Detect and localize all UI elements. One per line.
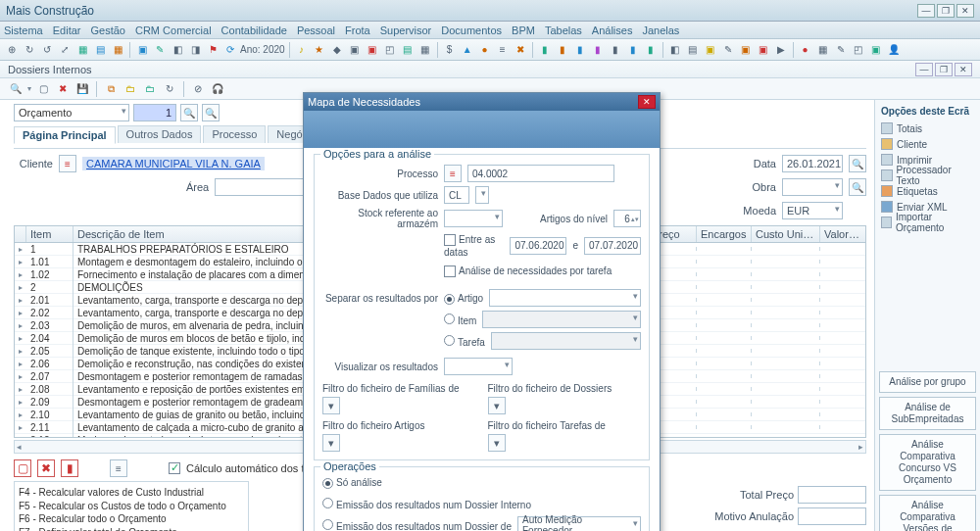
tool-icon[interactable]: ⧉ <box>103 81 119 97</box>
tool-icon[interactable]: ✎ <box>152 42 168 58</box>
doc-type-combo[interactable]: Orçamento <box>14 104 129 121</box>
tool-icon[interactable]: ▣ <box>365 42 380 58</box>
tool-icon[interactable]: ◆ <box>329 42 345 58</box>
separar-tarefa-radio[interactable]: Tarefa <box>444 335 485 348</box>
menu-item[interactable]: Editar <box>53 24 81 36</box>
tool-icon[interactable]: ◧ <box>667 42 683 58</box>
moeda-combo[interactable]: EUR <box>782 202 843 219</box>
doc-max-button[interactable]: ❐ <box>935 63 953 76</box>
filtro-tarefas-button[interactable]: ▾ <box>488 434 506 452</box>
tool-icon[interactable]: ✎ <box>720 42 736 58</box>
tool-icon[interactable]: ★ <box>312 42 327 58</box>
tool-icon[interactable]: ▣ <box>347 42 363 58</box>
tool-icon[interactable]: 🎧 <box>210 81 225 97</box>
filtro-dossiers-button[interactable]: ▾ <box>488 397 506 414</box>
tool-icon[interactable]: ♪ <box>294 42 310 58</box>
tool-icon[interactable]: ▣ <box>134 42 150 58</box>
tool-icon[interactable]: ▮ <box>555 42 570 58</box>
col-item[interactable]: Item <box>26 226 74 242</box>
menu-item[interactable]: Frota <box>345 24 370 36</box>
artigos-nivel-spin[interactable]: 6 <box>613 210 641 227</box>
entre-datas-checkbox[interactable]: Entre as datas <box>444 233 504 258</box>
list-icon[interactable]: ≡ <box>110 459 127 477</box>
base-dropdown[interactable] <box>475 186 489 204</box>
tool-icon[interactable]: ▮ <box>572 42 588 58</box>
data-field[interactable]: 26.01.2021 <box>782 155 843 172</box>
delete-line-button[interactable]: ✖ <box>37 459 55 477</box>
tool-icon[interactable]: ↻ <box>22 42 37 58</box>
motivo-field[interactable] <box>798 507 866 525</box>
cliente-picker-icon[interactable]: ≡ <box>59 155 76 172</box>
tool-icon[interactable]: ▣ <box>756 42 771 58</box>
delete-icon[interactable]: ✖ <box>55 81 71 97</box>
window-min-button[interactable]: — <box>917 4 935 18</box>
menu-item[interactable]: Pessoal <box>297 24 335 36</box>
tool-icon[interactable]: 🗀 <box>142 81 158 97</box>
window-close-button[interactable]: ✕ <box>956 4 974 18</box>
tool-icon[interactable]: ▦ <box>74 42 90 58</box>
visualizar-combo[interactable] <box>444 358 513 375</box>
btn-analise-sub[interactable]: Análise de SubEmpreitadas <box>879 397 976 430</box>
btn-analise-grupo[interactable]: Análise por grupo <box>879 371 976 393</box>
search-icon[interactable]: 🔍 <box>8 81 24 97</box>
btn-comp-versoes[interactable]: Análise Comparativa Versões de Orçamento <box>879 495 976 531</box>
save-icon[interactable]: 💾 <box>74 81 90 97</box>
tool-icon[interactable]: $ <box>442 42 458 58</box>
tab-outros[interactable]: Outros Dados <box>118 125 202 143</box>
tool-icon[interactable]: ◰ <box>851 42 866 58</box>
separar-item-radio[interactable]: Item <box>444 314 476 326</box>
op-so-analise-radio[interactable]: Só análise <box>322 476 382 489</box>
tool-icon[interactable]: ▶ <box>773 42 789 58</box>
col-custo[interactable]: Custo Unitário <box>752 226 820 242</box>
copy-line-button[interactable]: ▮ <box>61 459 78 477</box>
tool-icon[interactable]: ◧ <box>170 42 185 58</box>
menu-item[interactable]: Sistema <box>4 24 43 36</box>
menu-item[interactable]: Supervisor <box>380 24 432 36</box>
tool-icon[interactable]: ▦ <box>815 42 831 58</box>
menu-item[interactable]: BPM <box>512 24 535 36</box>
search-button[interactable]: 🔍 <box>180 104 198 121</box>
opt-importar[interactable]: Importar Orçamento <box>879 215 976 230</box>
tool-icon[interactable]: ≡ <box>495 42 511 58</box>
tool-icon[interactable]: ▦ <box>110 42 125 58</box>
col-valor[interactable]: Valor Pr <box>820 226 865 242</box>
tool-icon[interactable]: ▮ <box>590 42 606 58</box>
armazem-combo[interactable] <box>444 210 503 227</box>
tool-icon[interactable]: ↻ <box>162 81 177 97</box>
tool-icon[interactable]: ▣ <box>738 42 754 58</box>
menu-item[interactable]: Janelas <box>642 24 679 36</box>
base-field[interactable]: CL <box>444 186 469 204</box>
tool-icon[interactable]: ▮ <box>537 42 553 58</box>
search-icon[interactable]: 🔍 <box>849 178 866 196</box>
menu-item[interactable]: Tabelas <box>545 24 582 36</box>
op-dossier-de-radio[interactable]: Emissão dos resultados num Dossier de <box>322 519 512 531</box>
tool-icon[interactable]: ⊘ <box>190 81 206 97</box>
btn-comp-concurso[interactable]: Análise Comparativa Concurso VS Orçament… <box>879 434 976 491</box>
tool-icon[interactable]: ✖ <box>513 42 528 58</box>
op-dossier-combo[interactable]: Auto Medição Fornecedor <box>517 516 641 531</box>
tool-icon[interactable]: 👤 <box>886 42 902 58</box>
opt-texto[interactable]: Processador Texto <box>879 168 976 183</box>
processo-picker-icon[interactable]: ≡ <box>444 165 462 182</box>
tool-icon[interactable]: ◨ <box>187 42 203 58</box>
separar-artigo-radio[interactable]: Artigo <box>444 292 483 305</box>
tool-icon[interactable]: ⟳ <box>222 42 238 58</box>
search-button[interactable]: 🔍 <box>202 104 220 121</box>
tool-icon[interactable]: ⤢ <box>57 42 73 58</box>
tool-icon[interactable]: ▣ <box>703 42 718 58</box>
tool-icon[interactable]: ▤ <box>92 42 108 58</box>
modal-close-button[interactable]: ✕ <box>638 95 656 109</box>
new-icon[interactable]: ▢ <box>35 81 51 97</box>
tool-icon[interactable]: ▦ <box>417 42 433 58</box>
tool-icon[interactable]: ▤ <box>400 42 416 58</box>
tool-icon[interactable]: ▮ <box>625 42 641 58</box>
cliente-value[interactable]: CAMARA MUNICIPAL VILA N. GAIA <box>82 157 265 170</box>
separar-artigo-combo[interactable] <box>489 289 641 307</box>
tab-processo[interactable]: Processo <box>203 125 266 143</box>
processo-field[interactable]: 04.0002 <box>467 165 614 182</box>
tool-icon[interactable]: 🗀 <box>122 81 138 97</box>
doc-min-button[interactable]: — <box>915 63 933 76</box>
doc-num-field[interactable]: 1 <box>133 104 176 121</box>
tool-icon[interactable]: ▤ <box>685 42 701 58</box>
menu-item[interactable]: CRM Comercial <box>135 24 212 36</box>
